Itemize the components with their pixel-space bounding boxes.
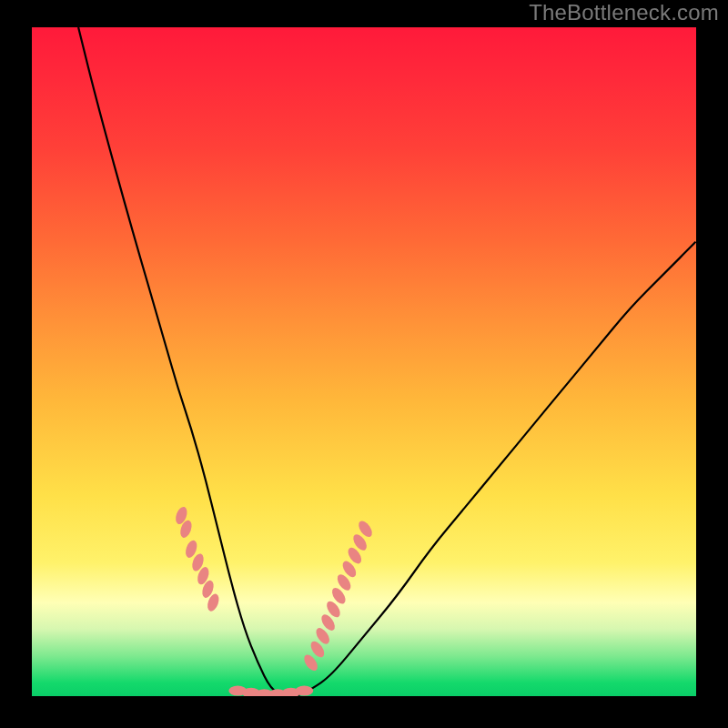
plot-area [32,27,696,696]
curve-svg [32,27,696,696]
hardware-marker [295,686,313,696]
chart-frame: TheBottleneck.com [0,0,728,728]
bottleneck-curve [78,27,696,696]
right-hardware-points [301,519,374,673]
watermark-text: TheBottleneck.com [529,0,719,25]
left-hardware-points [174,505,221,612]
